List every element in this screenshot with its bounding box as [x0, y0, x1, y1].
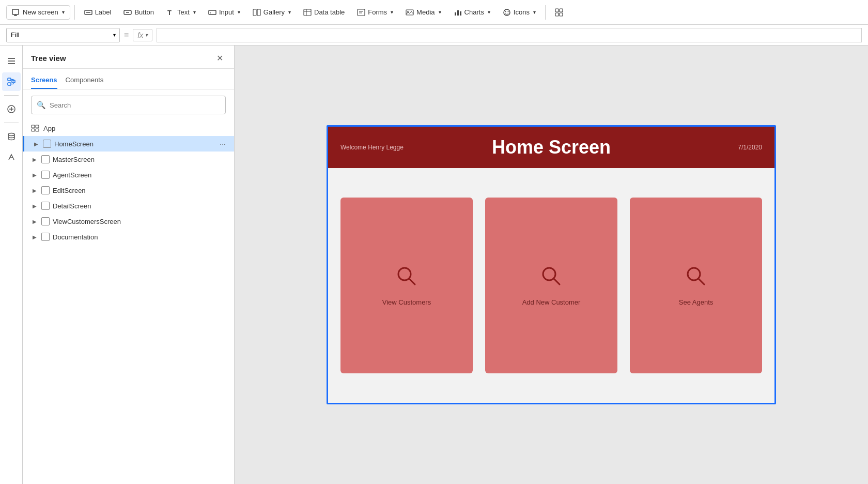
input-label: Input	[219, 8, 234, 16]
new-screen-icon	[12, 8, 20, 17]
screen-icon-masterscreen	[41, 155, 50, 163]
svg-rect-15	[358, 9, 365, 16]
left-separator-1	[4, 95, 19, 96]
tree-close-button[interactable]: ✕	[213, 52, 226, 64]
search-icon-card-3	[685, 265, 707, 292]
svg-rect-20	[455, 12, 456, 16]
tree-item-detailscreen[interactable]: ▶ DetailScreen ···	[23, 198, 234, 214]
chevron-masterscreen: ▶	[31, 156, 38, 163]
tree-item-homescreen[interactable]: ▶ HomeScreen ···	[23, 136, 234, 152]
viewcustomers-label: ViewCustomersScreen	[53, 218, 228, 225]
data-button[interactable]	[2, 127, 21, 146]
chevron-detailscreen: ▶	[31, 202, 38, 209]
tab-components[interactable]: Components	[66, 73, 104, 89]
formula-input[interactable]: Background.Fill	[157, 28, 862, 42]
tree-item-agentscreen[interactable]: ▶ AgentScreen ···	[23, 167, 234, 183]
data-table-label: Data table	[314, 8, 345, 16]
toolbar-divider-2	[545, 5, 546, 20]
svg-point-25	[507, 11, 508, 12]
tree-item-editscreen[interactable]: ▶ EditScreen ···	[23, 183, 234, 198]
formula-fx[interactable]: fx ▾	[133, 29, 152, 41]
search-input[interactable]	[50, 101, 220, 109]
forms-label: Forms	[368, 8, 387, 16]
svg-point-43	[8, 133, 14, 136]
chevron-homescreen: ▶	[33, 140, 40, 147]
label-button[interactable]: Label	[79, 5, 117, 20]
svg-rect-8	[209, 10, 216, 14]
tree-header: Tree view ✕	[23, 46, 234, 69]
text-label: Text	[177, 8, 190, 16]
tree-view-button[interactable]	[2, 72, 21, 91]
svg-rect-28	[555, 13, 559, 16]
formula-select[interactable]: Fill	[6, 28, 120, 42]
search-icon-card-2	[540, 265, 563, 292]
variables-button[interactable]	[2, 148, 21, 167]
svg-rect-26	[555, 9, 559, 12]
svg-rect-34	[8, 83, 11, 85]
forms-icon	[357, 8, 365, 17]
tree-item-masterscreen[interactable]: ▶ MasterScreen ···	[23, 152, 234, 167]
svg-rect-29	[560, 13, 563, 16]
button-button[interactable]: Button	[118, 5, 159, 20]
screen-frame[interactable]: Welcome Henry Legge Home Screen 7/1/2020	[327, 125, 776, 404]
card-label-3: See Agents	[679, 298, 714, 306]
add-button[interactable]	[2, 100, 21, 118]
icons-label: Icons	[514, 8, 530, 16]
gallery-button[interactable]: Gallery	[247, 5, 296, 20]
charts-icon	[454, 8, 462, 17]
forms-button[interactable]: Forms	[352, 5, 398, 20]
chevron-viewcustomers: ▶	[31, 218, 38, 225]
toolbar-divider-1	[74, 5, 75, 20]
svg-rect-44	[32, 125, 35, 128]
input-icon	[208, 8, 216, 17]
gallery-label: Gallery	[264, 8, 285, 16]
toolbar: New screen Label Button T Text	[0, 0, 868, 25]
home-screen: Welcome Henry Legge Home Screen 7/1/2020	[328, 127, 774, 403]
data-table-button[interactable]: Data table	[298, 5, 350, 20]
tree-tabs: Screens Components	[23, 69, 234, 89]
tree-item-viewcustomersscreen[interactable]: ▶ ViewCustomersScreen ···	[23, 214, 234, 229]
icons-button[interactable]: Icons	[498, 5, 541, 20]
tab-screens[interactable]: Screens	[31, 73, 57, 89]
new-screen-button[interactable]: New screen	[6, 5, 70, 20]
screen-icon-documentation	[41, 233, 50, 241]
svg-line-51	[554, 279, 560, 284]
tree-item-app-label: App	[43, 125, 55, 132]
tree-item-app[interactable]: App	[23, 120, 234, 136]
card-see-agents[interactable]: See Agents	[630, 198, 762, 373]
layout-button[interactable]	[550, 5, 568, 20]
svg-rect-47	[36, 129, 39, 131]
screen-icon-editscreen	[41, 186, 50, 194]
charts-button[interactable]: Charts	[448, 5, 495, 20]
card-view-customers[interactable]: View Customers	[340, 198, 473, 373]
icons-icon	[503, 8, 511, 17]
formula-dropdown-icon: ▾	[145, 32, 148, 38]
documentation-label: Documentation	[53, 233, 228, 241]
text-button[interactable]: T Text	[161, 5, 201, 20]
layout-icon	[555, 8, 563, 17]
svg-rect-46	[32, 129, 35, 131]
agentscreen-label: AgentScreen	[53, 171, 228, 179]
text-icon: T	[166, 8, 175, 17]
welcome-text: Welcome Henry Legge	[340, 144, 446, 151]
svg-rect-33	[8, 78, 11, 81]
button-icon	[123, 8, 132, 17]
search-icon-card-1	[395, 265, 418, 292]
new-screen-label: New screen	[23, 8, 58, 16]
home-screen-header: Welcome Henry Legge Home Screen 7/1/2020	[328, 127, 774, 168]
search-icon: 🔍	[37, 101, 45, 109]
hamburger-menu-button[interactable]	[2, 52, 21, 70]
svg-rect-22	[460, 11, 461, 16]
svg-rect-10	[253, 9, 256, 16]
editscreen-label: EditScreen	[53, 187, 228, 194]
tree-item-documentation[interactable]: ▶ Documentation ···	[23, 229, 234, 245]
input-button[interactable]: Input	[203, 5, 245, 20]
masterscreen-label: MasterScreen	[53, 156, 228, 163]
app-icon	[31, 124, 39, 132]
more-button-homescreen[interactable]: ···	[218, 140, 228, 148]
svg-rect-12	[304, 9, 311, 16]
card-add-customer[interactable]: Add New Customer	[485, 198, 617, 373]
media-button[interactable]: Media	[400, 5, 446, 20]
left-sidebar	[0, 46, 23, 484]
date-text: 7/1/2020	[657, 144, 762, 151]
